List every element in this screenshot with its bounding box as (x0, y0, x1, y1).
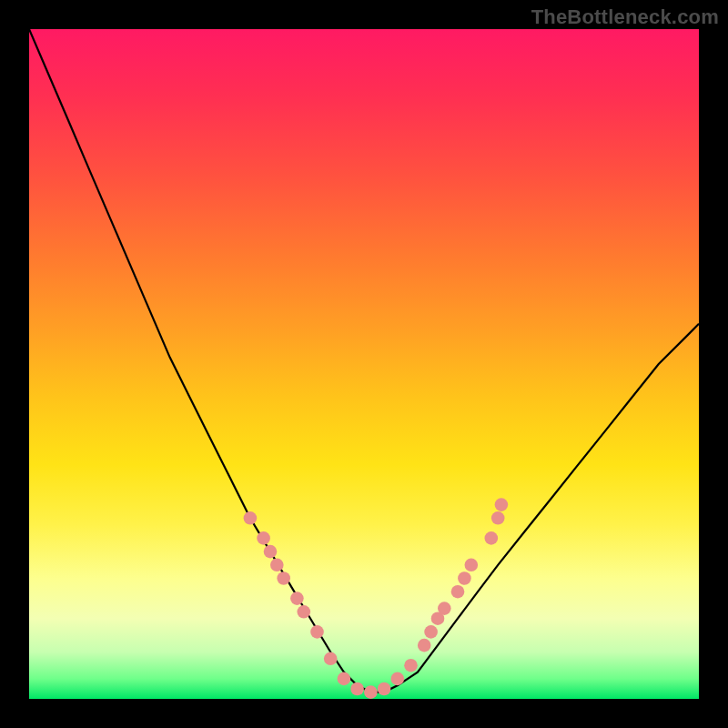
data-point-marker (451, 585, 465, 599)
plot-area (29, 29, 699, 699)
data-point-marker (257, 531, 270, 545)
data-point-marker (364, 685, 378, 699)
data-point-marker (404, 659, 418, 672)
watermark-text: TheBottleneck.com (531, 5, 719, 29)
data-point-marker (491, 511, 505, 525)
data-point-marker (458, 571, 471, 585)
data-point-marker (424, 625, 438, 639)
data-point-marker (264, 545, 278, 559)
data-point-marker (465, 559, 479, 572)
data-point-marker (485, 531, 499, 545)
data-point-marker (378, 682, 391, 696)
data-point-marker (418, 639, 431, 652)
data-point-marker (298, 605, 311, 619)
data-point-marker (277, 571, 290, 585)
data-point-marker (391, 672, 405, 686)
data-point-marker (350, 682, 364, 696)
curve-path (29, 29, 699, 693)
data-point-marker (495, 498, 509, 511)
data-point-marker (438, 602, 451, 615)
outer-frame: TheBottleneck.com (0, 0, 728, 728)
data-point-marker (290, 592, 304, 605)
data-point-marker (324, 652, 338, 666)
bottleneck-curve (29, 29, 699, 699)
data-point-marker (244, 511, 258, 525)
curve-markers (244, 498, 509, 699)
data-point-marker (310, 625, 324, 639)
data-point-marker (338, 672, 351, 686)
data-point-marker (270, 559, 284, 572)
